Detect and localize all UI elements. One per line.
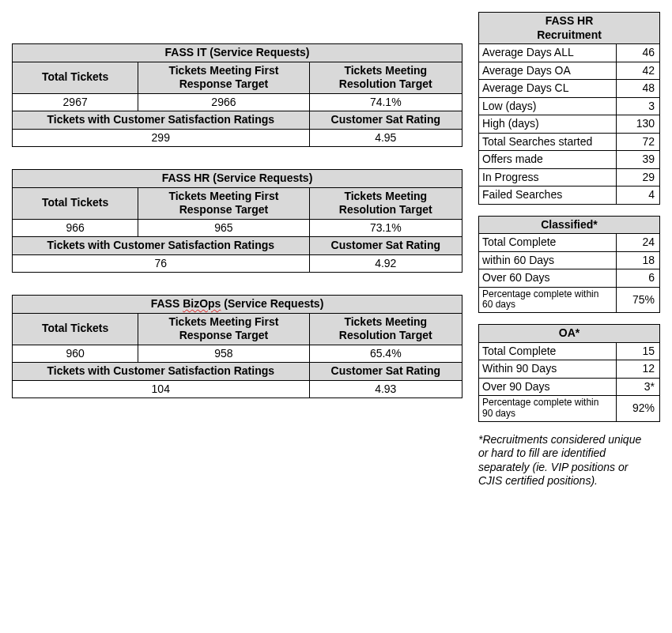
row-value: 46 bbox=[617, 44, 660, 62]
col-header: Tickets Meeting Resolution Target bbox=[309, 313, 462, 345]
classified-table: Classified*Total Complete24within 60 Day… bbox=[478, 216, 660, 314]
row-label: Over 90 Days bbox=[479, 378, 617, 396]
col-header: Total Tickets bbox=[13, 62, 138, 93]
col-header: Tickets Meeting First Response Target bbox=[138, 313, 309, 345]
cell: 958 bbox=[138, 345, 309, 363]
row-label: Percentage complete within 90 days bbox=[479, 396, 617, 422]
cell: 73.1% bbox=[309, 219, 462, 237]
row-value: 3 bbox=[617, 97, 660, 115]
cell: 2966 bbox=[138, 93, 309, 111]
cell: 104 bbox=[13, 380, 310, 398]
table-title: FASS HR (Service Requests) bbox=[13, 170, 462, 188]
cell: 966 bbox=[13, 219, 138, 237]
col-header: Tickets Meeting First Response Target bbox=[138, 187, 309, 219]
col-header: Tickets Meeting Resolution Target bbox=[309, 187, 462, 219]
cell: 4.92 bbox=[309, 254, 462, 273]
row-value: 130 bbox=[617, 115, 660, 134]
cell: 4.93 bbox=[309, 380, 462, 398]
col-header: Tickets Meeting Resolution Target bbox=[309, 62, 462, 93]
subheader: Tickets with Customer Satisfaction Ratin… bbox=[13, 111, 310, 130]
table-title: FASS BizOps (Service Requests) bbox=[13, 296, 462, 314]
row-value: 48 bbox=[617, 80, 660, 98]
row-value: 6 bbox=[617, 269, 660, 288]
service-request-table: FASS BizOps (Service Requests)Total Tick… bbox=[12, 295, 462, 398]
row-value: 4 bbox=[617, 187, 660, 205]
row-value: 29 bbox=[617, 168, 660, 187]
row-value: 92% bbox=[617, 396, 660, 422]
row-label: In Progress bbox=[479, 168, 617, 187]
row-label: Percentage complete within 60 days bbox=[479, 287, 617, 313]
cell: 4.95 bbox=[309, 129, 462, 147]
table-title: FASS HRRecruitment bbox=[479, 13, 660, 44]
cell: 960 bbox=[13, 345, 138, 363]
row-label: Average Days ALL bbox=[479, 44, 617, 62]
service-request-table: FASS HR (Service Requests)Total TicketsT… bbox=[12, 169, 462, 273]
subheader: Tickets with Customer Satisfaction Ratin… bbox=[13, 363, 310, 381]
cell: 2967 bbox=[13, 93, 138, 111]
row-label: Average Days CL bbox=[479, 80, 617, 98]
row-value: 12 bbox=[617, 360, 660, 379]
cell: 965 bbox=[138, 219, 309, 237]
row-label: Total Searches started bbox=[479, 133, 617, 151]
table-title: FASS IT (Service Requests) bbox=[13, 44, 462, 62]
subheader: Tickets with Customer Satisfaction Ratin… bbox=[13, 237, 310, 255]
footnote-text: *Recruitments considered unique or hard … bbox=[478, 433, 660, 488]
row-label: Low (days) bbox=[479, 97, 617, 115]
table-title: Classified* bbox=[479, 216, 660, 234]
row-label: Total Complete bbox=[479, 234, 617, 252]
subheader: Customer Sat Rating bbox=[309, 237, 462, 255]
right-column: FASS HRRecruitmentAverage Days ALL46Aver… bbox=[478, 12, 660, 488]
row-label: within 60 Days bbox=[479, 251, 617, 269]
row-value: 75% bbox=[617, 287, 660, 313]
subheader: Customer Sat Rating bbox=[309, 363, 462, 381]
col-header: Total Tickets bbox=[13, 313, 138, 345]
col-header: Total Tickets bbox=[13, 187, 138, 219]
row-value: 15 bbox=[617, 342, 660, 360]
row-label: Over 60 Days bbox=[479, 269, 617, 288]
row-value: 39 bbox=[617, 151, 660, 169]
table-title: OA* bbox=[479, 325, 660, 343]
row-value: 72 bbox=[617, 133, 660, 151]
oa-table: OA*Total Complete15Within 90 Days12Over … bbox=[478, 324, 660, 422]
service-request-tables: FASS IT (Service Requests)Total TicketsT… bbox=[12, 12, 462, 420]
cell: 299 bbox=[13, 129, 310, 147]
cell: 65.4% bbox=[309, 345, 462, 363]
hr-recruitment-table: FASS HRRecruitmentAverage Days ALL46Aver… bbox=[478, 12, 660, 205]
row-label: Within 90 Days bbox=[479, 360, 617, 379]
row-value: 24 bbox=[617, 234, 660, 252]
row-label: Average Days OA bbox=[479, 62, 617, 80]
service-request-table: FASS IT (Service Requests)Total TicketsT… bbox=[12, 43, 462, 147]
row-value: 18 bbox=[617, 251, 660, 269]
row-value: 42 bbox=[617, 62, 660, 80]
cell: 74.1% bbox=[309, 93, 462, 111]
cell: 76 bbox=[13, 254, 310, 273]
row-label: High (days) bbox=[479, 115, 617, 134]
row-label: Offers made bbox=[479, 151, 617, 169]
subheader: Customer Sat Rating bbox=[309, 111, 462, 130]
row-label: Failed Searches bbox=[479, 187, 617, 205]
row-label: Total Complete bbox=[479, 342, 617, 360]
col-header: Tickets Meeting First Response Target bbox=[138, 62, 309, 93]
row-value: 3* bbox=[617, 378, 660, 396]
